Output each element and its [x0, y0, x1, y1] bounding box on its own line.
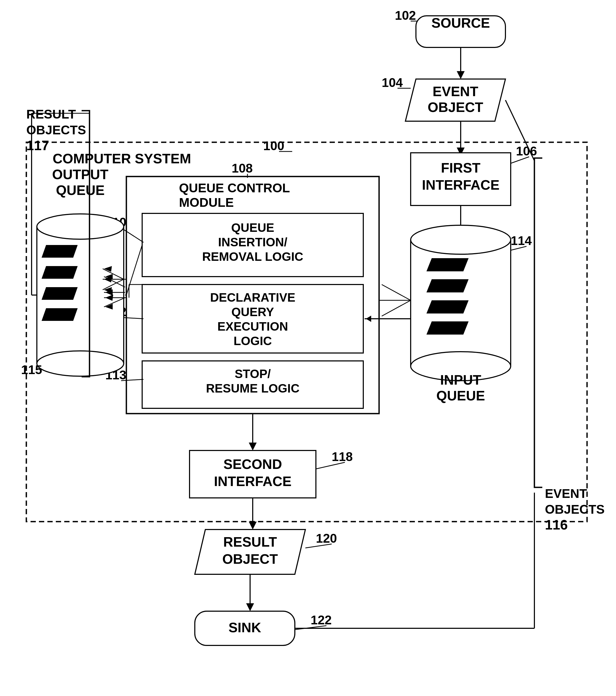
svg-marker-26	[426, 321, 469, 335]
ref-104: 104	[382, 76, 403, 90]
svg-text:RESULT: RESULT	[223, 534, 277, 550]
svg-text:INSERTION/: INSERTION/	[218, 235, 287, 249]
ref-100: 100	[263, 139, 284, 153]
svg-marker-56	[42, 245, 78, 258]
ref-106: 106	[516, 144, 537, 158]
input-queue-label2: QUEUE	[436, 388, 485, 403]
event-objects-label2: OBJECTS	[545, 502, 605, 516]
event-object-top: EVENT OBJECT	[405, 79, 505, 121]
ref-115: 115	[21, 363, 42, 377]
result-objects-label2: OBJECTS	[26, 123, 86, 137]
svg-marker-58	[42, 287, 78, 300]
svg-text:QUEUE: QUEUE	[231, 221, 274, 235]
svg-text:EXECUTION: EXECUTION	[217, 319, 288, 333]
result-objects-ref: 117	[26, 138, 49, 153]
result-object-node: RESULT OBJECT	[195, 529, 305, 574]
sink-node: SINK	[195, 611, 295, 645]
svg-text:QUERY: QUERY	[231, 305, 274, 319]
diagram-container: SOURCE 102 EVENT OBJECT 104 COMPUTER SYS…	[0, 0, 616, 696]
input-queue-node	[411, 225, 511, 381]
svg-text:SECOND: SECOND	[224, 457, 282, 472]
svg-text:LOGIC: LOGIC	[233, 334, 272, 348]
svg-text:EVENT: EVENT	[433, 84, 478, 99]
svg-text:OBJECT: OBJECT	[428, 99, 483, 115]
svg-point-55	[37, 351, 124, 376]
svg-text:REMOVAL LOGIC: REMOVAL LOGIC	[202, 250, 303, 264]
ref-120: 120	[316, 531, 337, 545]
svg-text:OBJECT: OBJECT	[223, 551, 278, 567]
svg-text:SINK: SINK	[228, 620, 261, 635]
ref-122: 122	[311, 613, 332, 627]
stop-resume-node: STOP/ RESUME LOGIC	[142, 361, 363, 408]
svg-marker-24	[426, 279, 469, 292]
svg-text:INTERFACE: INTERFACE	[214, 474, 292, 489]
svg-text:STOP/: STOP/	[234, 367, 271, 381]
svg-text:INTERFACE: INTERFACE	[422, 177, 500, 193]
svg-text:QUEUE CONTROL: QUEUE CONTROL	[179, 181, 290, 195]
output-queue-label: OUTPUT	[52, 167, 109, 182]
ref-102: 102	[395, 9, 416, 22]
event-objects-ref: 116	[545, 517, 568, 533]
second-interface-node: SECOND INTERFACE	[190, 450, 316, 498]
source-node: SOURCE	[416, 15, 505, 47]
svg-text:FIRST: FIRST	[441, 160, 481, 175]
declarative-query-node: DECLARATIVE QUERY EXECUTION LOGIC	[142, 285, 363, 353]
result-objects-label: RESULT	[26, 107, 76, 121]
svg-text:SOURCE: SOURCE	[432, 15, 490, 31]
svg-marker-25	[426, 300, 469, 314]
svg-point-21	[411, 225, 511, 254]
ref-108: 108	[232, 161, 253, 175]
ref-114: 114	[511, 234, 532, 248]
svg-marker-57	[42, 266, 78, 279]
computer-system-label: COMPUTER SYSTEM	[53, 151, 191, 166]
ref-118: 118	[332, 450, 353, 464]
svg-text:RESUME LOGIC: RESUME LOGIC	[206, 381, 299, 395]
svg-text:DECLARATIVE: DECLARATIVE	[210, 290, 295, 304]
svg-marker-23	[426, 258, 469, 271]
output-queue-node	[37, 214, 124, 376]
queue-insertion-node: QUEUE INSERTION/ REMOVAL LOGIC	[142, 213, 363, 276]
svg-point-54	[37, 214, 124, 239]
output-queue-label2: QUEUE	[56, 183, 105, 198]
event-objects-label: EVENT	[545, 487, 587, 501]
first-interface-node: FIRST INTERFACE	[411, 153, 511, 205]
svg-text:MODULE: MODULE	[179, 195, 234, 209]
input-queue-label: INPUT	[440, 372, 481, 387]
svg-marker-59	[42, 308, 78, 321]
